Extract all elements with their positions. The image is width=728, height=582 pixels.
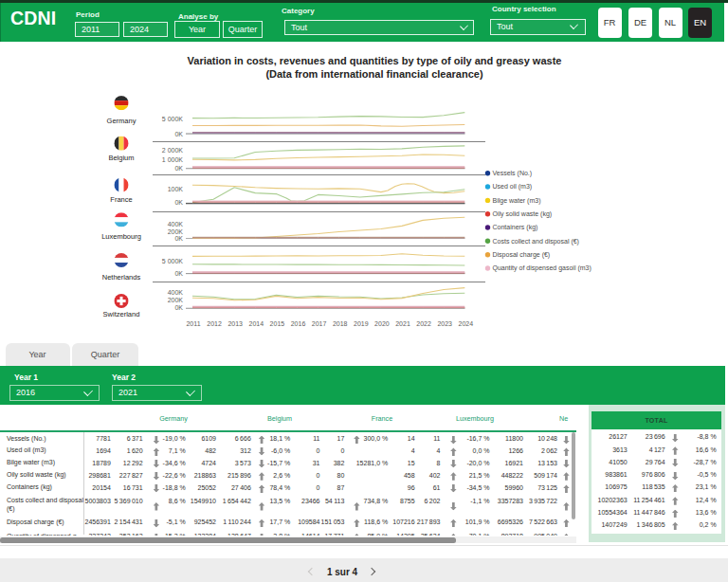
svg-text:Bilge water (m3): Bilge water (m3) xyxy=(493,197,541,205)
svg-text:2013: 2013 xyxy=(228,320,243,327)
svg-text:2022: 2022 xyxy=(416,320,431,327)
svg-text:2014: 2014 xyxy=(249,320,264,327)
svg-text:Germany: Germany xyxy=(107,117,136,125)
svg-text:2015: 2015 xyxy=(270,320,285,327)
svg-text:2021: 2021 xyxy=(395,320,410,327)
svg-text:5 000K: 5 000K xyxy=(162,258,184,264)
svg-text:Disposal charge (€): Disposal charge (€) xyxy=(493,251,551,259)
svg-text:100K: 100K xyxy=(168,186,184,192)
svg-text:400K: 400K xyxy=(168,221,184,227)
svg-text:2023: 2023 xyxy=(437,320,452,327)
svg-text:Quantity of dispensed gasoil (: Quantity of dispensed gasoil (m3) xyxy=(493,264,592,272)
svg-text:Oily solid waste (kg): Oily solid waste (kg) xyxy=(493,210,553,218)
svg-text:0K: 0K xyxy=(174,131,183,137)
svg-text:Switzerland: Switzerland xyxy=(103,310,140,318)
svg-text:0K: 0K xyxy=(174,270,183,277)
svg-text:2018: 2018 xyxy=(333,320,348,327)
svg-text:0K: 0K xyxy=(174,199,183,206)
svg-text:2016: 2016 xyxy=(291,320,306,327)
svg-text:200K: 200K xyxy=(168,228,184,235)
svg-text:Vessels (No.): Vessels (No.) xyxy=(493,170,533,177)
svg-text:1 000K: 1 000K xyxy=(162,156,184,163)
svg-text:2017: 2017 xyxy=(312,320,327,327)
svg-text:0K: 0K xyxy=(174,304,183,311)
svg-text:Containers (kg): Containers (kg) xyxy=(493,224,538,231)
svg-text:Belgium: Belgium xyxy=(108,154,134,162)
svg-text:0K: 0K xyxy=(174,235,183,242)
svg-text:2 000K: 2 000K xyxy=(162,147,184,154)
svg-text:5 000K: 5 000K xyxy=(162,116,184,122)
svg-text:2024: 2024 xyxy=(459,320,474,327)
svg-text:400K: 400K xyxy=(168,289,184,296)
svg-text:2019: 2019 xyxy=(354,320,369,327)
svg-text:Used oil (m3): Used oil (m3) xyxy=(493,183,533,191)
svg-text:Costs collect and disposal (€): Costs collect and disposal (€) xyxy=(493,238,579,246)
svg-text:France: France xyxy=(110,195,132,204)
svg-text:Luxembourg: Luxembourg xyxy=(101,232,141,241)
svg-text:2011: 2011 xyxy=(186,320,200,327)
svg-text:Netherlands: Netherlands xyxy=(102,273,141,282)
svg-text:0K: 0K xyxy=(174,165,183,172)
svg-text:2020: 2020 xyxy=(374,320,390,327)
svg-text:2012: 2012 xyxy=(207,320,222,327)
svg-text:200K: 200K xyxy=(168,297,184,303)
